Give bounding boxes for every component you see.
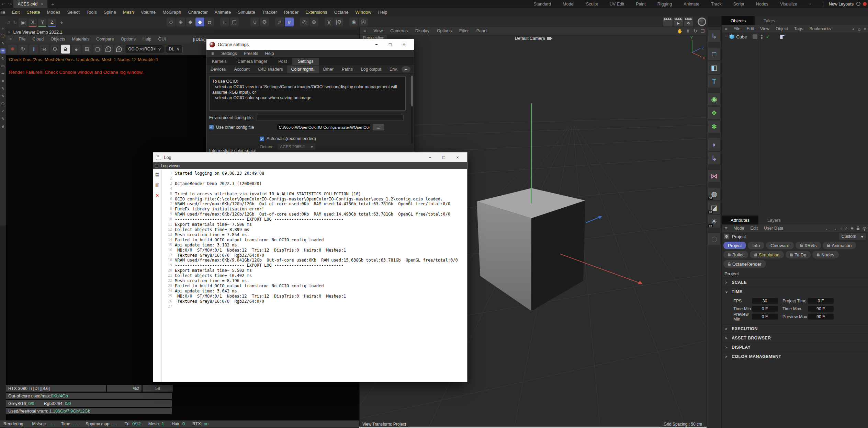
rotate-tool-icon[interactable]: ↻	[0, 56, 5, 61]
field-input-time-min[interactable]: 0 F	[752, 306, 778, 312]
material-ball-icon[interactable]: ●	[72, 45, 81, 54]
menu-extensions[interactable]: Extensions	[302, 10, 331, 15]
live-selection-tool-icon[interactable]	[0, 33, 5, 38]
visibility-dots-icon[interactable]	[761, 35, 763, 39]
lv-menu-options[interactable]: Options	[117, 37, 139, 42]
forward-arrow-icon[interactable]: →	[832, 226, 837, 231]
clear-region-icon[interactable]: ▢	[93, 45, 102, 54]
hamburger-icon[interactable]: ≡	[360, 28, 370, 33]
hamburger-icon[interactable]: ≡	[722, 26, 730, 31]
editor-toggle-icon[interactable]	[753, 34, 757, 39]
minimize-icon[interactable]: −	[423, 155, 437, 160]
history-back-icon[interactable]: ↶	[0, 1, 7, 7]
tab-objects[interactable]: Objects	[722, 16, 755, 25]
od-menu-settings[interactable]: Settings	[218, 51, 240, 56]
field-input-project-time[interactable]: 0 F	[808, 298, 834, 304]
obj-menu-edit[interactable]: Edit	[743, 26, 757, 31]
log-text[interactable]: Started logging on 09.06.23 20:49:08 Oct…	[173, 169, 467, 382]
instance-axis-icon[interactable]: ↳	[708, 152, 720, 164]
close-icon[interactable]: ×	[451, 155, 464, 160]
mirror-settings-icon[interactable]: |⚙	[334, 18, 343, 26]
menu-tools[interactable]: Tools	[83, 10, 100, 15]
rings-icon[interactable]: ◎	[300, 18, 309, 26]
vp-menu-panel[interactable]: Panel	[473, 28, 491, 33]
layout-tab-+[interactable]: +	[803, 2, 817, 7]
field-input-preview-max[interactable]: 90 F	[808, 314, 834, 320]
target-icon[interactable]: ◎	[863, 226, 866, 231]
layout-tab-nodes[interactable]: Nodes	[750, 2, 774, 7]
chip-to-do[interactable]: To Do	[786, 251, 811, 258]
axis-mode-icon[interactable]: ∟	[220, 18, 229, 26]
layout-tab-model[interactable]: Model	[557, 2, 580, 7]
log-titlebar[interactable]: Log − □ ×	[153, 152, 467, 162]
points-mode-icon[interactable]: ◇	[167, 18, 176, 26]
menu-volume[interactable]: Volume	[137, 10, 159, 15]
section-header-time[interactable]: ∨TIME	[722, 287, 868, 296]
od-tab-kernels[interactable]: Kernels	[206, 58, 232, 65]
vp-menu-options[interactable]: Options	[433, 28, 455, 33]
snap-magnet-icon[interactable]: ∪	[250, 18, 259, 26]
vp-menu-display[interactable]: Display	[412, 28, 433, 33]
polygons-mode-icon[interactable]: ◆	[186, 18, 195, 26]
cube-primitive-icon[interactable]: ◧	[708, 61, 720, 74]
object-row-cube[interactable]: └ Cube ✓	[722, 33, 868, 41]
dialog-scrollbar[interactable]	[411, 75, 413, 143]
od-tab-settings[interactable]: Settings	[292, 58, 319, 65]
maximize-icon[interactable]: □	[383, 42, 397, 47]
section-header-execution[interactable]: >EXECUTION	[722, 324, 868, 333]
history-forward-icon[interactable]: ↷	[7, 1, 14, 7]
focus-picker-icon[interactable]: F	[104, 45, 113, 54]
dolly-icon[interactable]: ⇕	[686, 28, 690, 34]
spline-pen-tool-icon[interactable]: ✎	[0, 116, 5, 122]
document-tab[interactable]: ACES.c4d ×	[13, 0, 47, 8]
menu-spline[interactable]: Spline	[100, 10, 120, 15]
z-axis-lock-button[interactable]: Z	[48, 19, 56, 27]
menu-simulate[interactable]: Simulate	[234, 10, 259, 15]
env-config-field[interactable]	[257, 115, 404, 121]
layout-tab-standard[interactable]: Standard	[528, 2, 557, 7]
attr-menu-mode[interactable]: Mode	[730, 226, 747, 231]
zoom-tool-icon[interactable]: ⌕	[0, 26, 5, 31]
material-picker-icon[interactable]: M	[114, 45, 123, 54]
lv-menu-help[interactable]: Help	[139, 37, 155, 42]
object-name[interactable]: Cube	[736, 34, 747, 39]
lv-menu-file[interactable]: File	[15, 37, 29, 42]
maximize-view-icon[interactable]: ❐	[700, 28, 704, 34]
chip-animation[interactable]: Animation	[823, 242, 856, 249]
obj-menu-view[interactable]: View	[757, 26, 773, 31]
render-settings-gear-icon[interactable]: ⚙	[50, 45, 59, 54]
polygon-pen-tool-icon[interactable]: ⬠	[0, 101, 5, 106]
smooth-tool-icon[interactable]: ∂	[0, 124, 5, 129]
edges-mode-icon[interactable]: ◈	[176, 18, 185, 26]
search-icon[interactable]: ⌕	[845, 225, 848, 231]
snap-settings-icon[interactable]: ⚙	[260, 18, 269, 26]
od-tab-camera-imager[interactable]: Camera Imager	[232, 58, 273, 65]
sketch-tool-icon[interactable]: ✎	[0, 94, 5, 99]
dl-dropdown[interactable]: DL∨	[166, 45, 183, 53]
maximize-icon[interactable]: □	[437, 155, 451, 160]
menu-tracker[interactable]: Tracker	[259, 10, 281, 15]
record-dot-icon[interactable]	[863, 2, 867, 6]
subdivision-surface-icon[interactable]: ◉	[708, 93, 720, 105]
obj-menu-file[interactable]: File	[730, 26, 743, 31]
od-subtab-c4d-shaders[interactable]: C4D shaders	[254, 66, 287, 73]
chip-nodes[interactable]: Nodes	[812, 251, 839, 258]
layout-tab-sculpt[interactable]: Sculpt	[580, 2, 604, 7]
menu-edit[interactable]: Edit	[9, 10, 23, 15]
redo-icon[interactable]: ↻	[12, 20, 19, 25]
hamburger-icon[interactable]: ≡	[6, 37, 15, 42]
axis-modify-tool-icon[interactable]: ⇕	[0, 79, 5, 84]
new-layouts-button[interactable]: New Layouts	[829, 0, 854, 8]
hamburger-icon[interactable]: ≡	[208, 51, 217, 56]
mirror-icon[interactable]: )(	[325, 18, 334, 26]
hamburger-icon[interactable]: ≡	[722, 226, 730, 231]
layout-tab-uv-edit[interactable]: UV Edit	[604, 2, 630, 7]
lock-icon[interactable]	[857, 228, 859, 230]
live-viewer-tab[interactable]: × Live Viewer Demo 2022.1	[6, 29, 359, 35]
section-header-asset-browser[interactable]: >ASSET BROWSER	[722, 334, 868, 343]
lv-menu-objects[interactable]: Objects	[47, 37, 68, 42]
octane-logo-icon[interactable]: ✸	[8, 45, 17, 54]
od-subtab-devices[interactable]: Devices	[206, 66, 230, 73]
rectangle-select-tool-icon[interactable]: ▭	[0, 63, 5, 69]
material-icon[interactable]: ⬡	[708, 233, 720, 245]
